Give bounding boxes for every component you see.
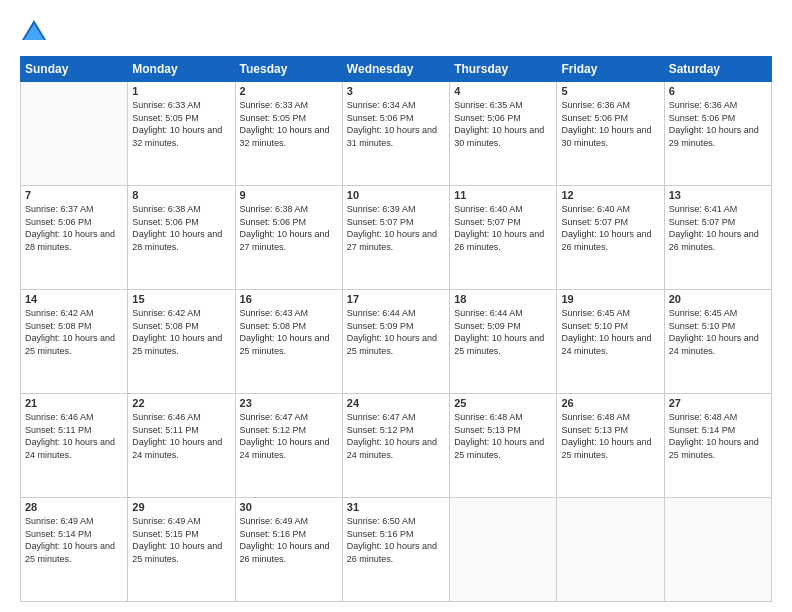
- week-row-1: 7Sunrise: 6:37 AMSunset: 5:06 PMDaylight…: [21, 186, 772, 290]
- calendar-cell: 25Sunrise: 6:48 AMSunset: 5:13 PMDayligh…: [450, 394, 557, 498]
- day-number: 29: [132, 501, 230, 513]
- day-info: Sunrise: 6:48 AMSunset: 5:13 PMDaylight:…: [561, 411, 659, 461]
- day-info: Sunrise: 6:36 AMSunset: 5:06 PMDaylight:…: [669, 99, 767, 149]
- day-header-monday: Monday: [128, 57, 235, 82]
- day-info: Sunrise: 6:41 AMSunset: 5:07 PMDaylight:…: [669, 203, 767, 253]
- day-number: 24: [347, 397, 445, 409]
- day-info: Sunrise: 6:50 AMSunset: 5:16 PMDaylight:…: [347, 515, 445, 565]
- day-number: 30: [240, 501, 338, 513]
- day-header-saturday: Saturday: [664, 57, 771, 82]
- day-number: 10: [347, 189, 445, 201]
- day-number: 26: [561, 397, 659, 409]
- calendar-cell: 12Sunrise: 6:40 AMSunset: 5:07 PMDayligh…: [557, 186, 664, 290]
- day-number: 2: [240, 85, 338, 97]
- day-number: 28: [25, 501, 123, 513]
- calendar-cell: 26Sunrise: 6:48 AMSunset: 5:13 PMDayligh…: [557, 394, 664, 498]
- day-info: Sunrise: 6:40 AMSunset: 5:07 PMDaylight:…: [561, 203, 659, 253]
- day-info: Sunrise: 6:46 AMSunset: 5:11 PMDaylight:…: [25, 411, 123, 461]
- day-number: 14: [25, 293, 123, 305]
- day-info: Sunrise: 6:33 AMSunset: 5:05 PMDaylight:…: [240, 99, 338, 149]
- day-info: Sunrise: 6:49 AMSunset: 5:14 PMDaylight:…: [25, 515, 123, 565]
- calendar-cell: 10Sunrise: 6:39 AMSunset: 5:07 PMDayligh…: [342, 186, 449, 290]
- logo: [20, 18, 52, 46]
- day-number: 21: [25, 397, 123, 409]
- day-info: Sunrise: 6:45 AMSunset: 5:10 PMDaylight:…: [561, 307, 659, 357]
- day-header-wednesday: Wednesday: [342, 57, 449, 82]
- calendar-cell: 20Sunrise: 6:45 AMSunset: 5:10 PMDayligh…: [664, 290, 771, 394]
- day-info: Sunrise: 6:39 AMSunset: 5:07 PMDaylight:…: [347, 203, 445, 253]
- day-number: 15: [132, 293, 230, 305]
- day-header-tuesday: Tuesday: [235, 57, 342, 82]
- calendar-cell: 29Sunrise: 6:49 AMSunset: 5:15 PMDayligh…: [128, 498, 235, 602]
- day-number: 3: [347, 85, 445, 97]
- calendar-cell: 31Sunrise: 6:50 AMSunset: 5:16 PMDayligh…: [342, 498, 449, 602]
- day-info: Sunrise: 6:42 AMSunset: 5:08 PMDaylight:…: [25, 307, 123, 357]
- day-info: Sunrise: 6:49 AMSunset: 5:15 PMDaylight:…: [132, 515, 230, 565]
- calendar-cell: 14Sunrise: 6:42 AMSunset: 5:08 PMDayligh…: [21, 290, 128, 394]
- day-info: Sunrise: 6:36 AMSunset: 5:06 PMDaylight:…: [561, 99, 659, 149]
- calendar-cell: [557, 498, 664, 602]
- day-info: Sunrise: 6:48 AMSunset: 5:14 PMDaylight:…: [669, 411, 767, 461]
- day-number: 20: [669, 293, 767, 305]
- calendar-cell: 16Sunrise: 6:43 AMSunset: 5:08 PMDayligh…: [235, 290, 342, 394]
- day-header-friday: Friday: [557, 57, 664, 82]
- week-row-2: 14Sunrise: 6:42 AMSunset: 5:08 PMDayligh…: [21, 290, 772, 394]
- calendar-cell: 9Sunrise: 6:38 AMSunset: 5:06 PMDaylight…: [235, 186, 342, 290]
- day-info: Sunrise: 6:38 AMSunset: 5:06 PMDaylight:…: [240, 203, 338, 253]
- calendar-cell: 23Sunrise: 6:47 AMSunset: 5:12 PMDayligh…: [235, 394, 342, 498]
- day-info: Sunrise: 6:40 AMSunset: 5:07 PMDaylight:…: [454, 203, 552, 253]
- day-info: Sunrise: 6:47 AMSunset: 5:12 PMDaylight:…: [347, 411, 445, 461]
- day-number: 12: [561, 189, 659, 201]
- calendar-cell: 19Sunrise: 6:45 AMSunset: 5:10 PMDayligh…: [557, 290, 664, 394]
- calendar-cell: 18Sunrise: 6:44 AMSunset: 5:09 PMDayligh…: [450, 290, 557, 394]
- day-number: 22: [132, 397, 230, 409]
- day-number: 31: [347, 501, 445, 513]
- day-info: Sunrise: 6:33 AMSunset: 5:05 PMDaylight:…: [132, 99, 230, 149]
- day-info: Sunrise: 6:49 AMSunset: 5:16 PMDaylight:…: [240, 515, 338, 565]
- week-row-0: 1Sunrise: 6:33 AMSunset: 5:05 PMDaylight…: [21, 82, 772, 186]
- day-number: 17: [347, 293, 445, 305]
- day-number: 16: [240, 293, 338, 305]
- calendar-cell: 1Sunrise: 6:33 AMSunset: 5:05 PMDaylight…: [128, 82, 235, 186]
- calendar-cell: [21, 82, 128, 186]
- calendar-header-row: SundayMondayTuesdayWednesdayThursdayFrid…: [21, 57, 772, 82]
- calendar-cell: 17Sunrise: 6:44 AMSunset: 5:09 PMDayligh…: [342, 290, 449, 394]
- day-number: 1: [132, 85, 230, 97]
- day-number: 5: [561, 85, 659, 97]
- calendar: SundayMondayTuesdayWednesdayThursdayFrid…: [20, 56, 772, 602]
- day-info: Sunrise: 6:48 AMSunset: 5:13 PMDaylight:…: [454, 411, 552, 461]
- calendar-cell: 28Sunrise: 6:49 AMSunset: 5:14 PMDayligh…: [21, 498, 128, 602]
- day-number: 4: [454, 85, 552, 97]
- day-header-sunday: Sunday: [21, 57, 128, 82]
- day-number: 27: [669, 397, 767, 409]
- page: SundayMondayTuesdayWednesdayThursdayFrid…: [0, 0, 792, 612]
- calendar-cell: 30Sunrise: 6:49 AMSunset: 5:16 PMDayligh…: [235, 498, 342, 602]
- day-number: 11: [454, 189, 552, 201]
- calendar-cell: 22Sunrise: 6:46 AMSunset: 5:11 PMDayligh…: [128, 394, 235, 498]
- calendar-cell: 15Sunrise: 6:42 AMSunset: 5:08 PMDayligh…: [128, 290, 235, 394]
- day-info: Sunrise: 6:46 AMSunset: 5:11 PMDaylight:…: [132, 411, 230, 461]
- day-info: Sunrise: 6:47 AMSunset: 5:12 PMDaylight:…: [240, 411, 338, 461]
- day-number: 25: [454, 397, 552, 409]
- day-info: Sunrise: 6:42 AMSunset: 5:08 PMDaylight:…: [132, 307, 230, 357]
- calendar-cell: 21Sunrise: 6:46 AMSunset: 5:11 PMDayligh…: [21, 394, 128, 498]
- day-number: 19: [561, 293, 659, 305]
- day-number: 18: [454, 293, 552, 305]
- calendar-cell: [450, 498, 557, 602]
- day-number: 6: [669, 85, 767, 97]
- calendar-cell: 11Sunrise: 6:40 AMSunset: 5:07 PMDayligh…: [450, 186, 557, 290]
- day-header-thursday: Thursday: [450, 57, 557, 82]
- calendar-cell: 6Sunrise: 6:36 AMSunset: 5:06 PMDaylight…: [664, 82, 771, 186]
- calendar-cell: 2Sunrise: 6:33 AMSunset: 5:05 PMDaylight…: [235, 82, 342, 186]
- day-info: Sunrise: 6:37 AMSunset: 5:06 PMDaylight:…: [25, 203, 123, 253]
- calendar-cell: 24Sunrise: 6:47 AMSunset: 5:12 PMDayligh…: [342, 394, 449, 498]
- header: [20, 18, 772, 46]
- week-row-3: 21Sunrise: 6:46 AMSunset: 5:11 PMDayligh…: [21, 394, 772, 498]
- day-info: Sunrise: 6:44 AMSunset: 5:09 PMDaylight:…: [454, 307, 552, 357]
- day-info: Sunrise: 6:43 AMSunset: 5:08 PMDaylight:…: [240, 307, 338, 357]
- calendar-cell: [664, 498, 771, 602]
- day-info: Sunrise: 6:45 AMSunset: 5:10 PMDaylight:…: [669, 307, 767, 357]
- day-info: Sunrise: 6:38 AMSunset: 5:06 PMDaylight:…: [132, 203, 230, 253]
- logo-icon: [20, 18, 48, 46]
- calendar-cell: 27Sunrise: 6:48 AMSunset: 5:14 PMDayligh…: [664, 394, 771, 498]
